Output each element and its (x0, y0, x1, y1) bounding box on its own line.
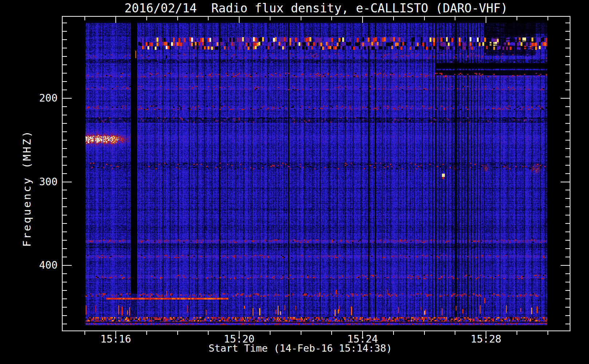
axis-tick (565, 157, 570, 157)
axis-tick (561, 98, 570, 99)
axis-tick (63, 56, 67, 57)
axis-tick (239, 17, 240, 23)
axis-tick (63, 98, 72, 99)
axis-tick (565, 131, 570, 132)
axis-tick (63, 290, 67, 291)
axis-tick (565, 198, 570, 199)
axis-tick (565, 206, 570, 207)
axis-tick (63, 265, 72, 266)
axis-tick (63, 31, 67, 32)
axis-tick (63, 190, 67, 190)
axis-tick (63, 106, 67, 107)
x-tick-label: 15:16 (90, 333, 141, 345)
axis-tick (565, 165, 570, 166)
axis-tick (393, 331, 394, 335)
axis-tick (565, 173, 570, 174)
axis-tick (565, 257, 570, 257)
axis-tick (565, 31, 570, 32)
axis-tick (565, 215, 570, 215)
axis-tick (561, 182, 570, 182)
axis-tick (63, 223, 67, 224)
axis-tick (63, 64, 67, 65)
axis-tick (331, 17, 332, 20)
axis-tick (63, 173, 67, 174)
axis-tick (63, 157, 67, 157)
axis-tick (565, 324, 570, 324)
axis-tick (548, 331, 548, 335)
axis-tick (63, 215, 67, 215)
axis-tick (270, 17, 270, 20)
axis-tick (565, 282, 570, 282)
chart-title: 2016/02/14 Radio flux density, e-CALLIST… (62, 1, 570, 15)
axis-tick (393, 17, 394, 20)
axis-tick (115, 17, 116, 23)
axis-tick (565, 315, 570, 316)
axis-tick (565, 23, 570, 23)
y-axis-title: Frequency (MHZ) (21, 130, 33, 247)
axis-tick (63, 23, 67, 23)
axis-tick (63, 298, 67, 299)
axis-tick (565, 223, 570, 224)
axis-tick (565, 290, 570, 291)
axis-tick (565, 90, 570, 90)
axis-tick (565, 148, 570, 149)
axis-tick (565, 240, 570, 241)
axis-tick (63, 48, 67, 48)
axis-tick (63, 131, 67, 132)
axis-tick (455, 17, 455, 20)
axis-tick (301, 17, 301, 20)
axis-tick (177, 17, 178, 20)
axis-tick (63, 123, 67, 124)
axis-tick (63, 90, 67, 90)
axis-tick (517, 331, 517, 335)
axis-tick (146, 17, 147, 20)
axis-tick (63, 182, 72, 182)
axis-tick (424, 331, 425, 335)
axis-tick (63, 81, 67, 82)
axis-tick (177, 331, 178, 335)
axis-tick (424, 17, 425, 20)
axis-tick (63, 307, 67, 308)
axis-tick (565, 190, 570, 190)
axis-tick (565, 39, 570, 40)
axis-tick (208, 17, 209, 20)
axis-tick (63, 315, 67, 316)
axis-tick (84, 17, 85, 20)
axis-tick (486, 17, 486, 23)
axis-tick (63, 273, 67, 274)
axis-tick (565, 248, 570, 249)
axis-tick (565, 56, 570, 57)
callisto-spectrogram-page: 2016/02/14 Radio flux density, e-CALLIST… (0, 0, 589, 364)
axis-tick (146, 331, 147, 335)
axis-tick (208, 331, 209, 335)
axis-tick (63, 324, 67, 324)
axis-tick (565, 273, 570, 274)
axis-tick (63, 232, 67, 232)
axis-tick (565, 81, 570, 82)
axis-tick (565, 140, 570, 141)
axis-tick (63, 257, 67, 257)
x-tick-label: 15:28 (460, 333, 511, 345)
axis-tick (63, 240, 67, 241)
axis-tick (565, 64, 570, 65)
axis-tick (84, 331, 85, 335)
axis-tick (565, 73, 570, 74)
x-axis-title: Start Time (14-Feb-16 15:14:38) (155, 343, 446, 354)
axis-tick (561, 265, 570, 266)
axis-tick (63, 140, 67, 141)
axis-tick (517, 17, 517, 20)
axis-tick (63, 282, 67, 282)
axis-tick (455, 331, 455, 335)
axis-tick (301, 331, 301, 335)
y-tick-label: 200 (15, 92, 58, 104)
axis-tick (63, 248, 67, 249)
axis-tick (63, 115, 67, 115)
y-tick-label: 400 (15, 259, 58, 271)
axis-tick (63, 39, 67, 40)
axis-tick (565, 115, 570, 115)
axis-tick (270, 331, 270, 335)
axis-tick (565, 106, 570, 107)
axis-tick (331, 331, 332, 335)
axis-tick (565, 123, 570, 124)
axis-tick (63, 73, 67, 74)
